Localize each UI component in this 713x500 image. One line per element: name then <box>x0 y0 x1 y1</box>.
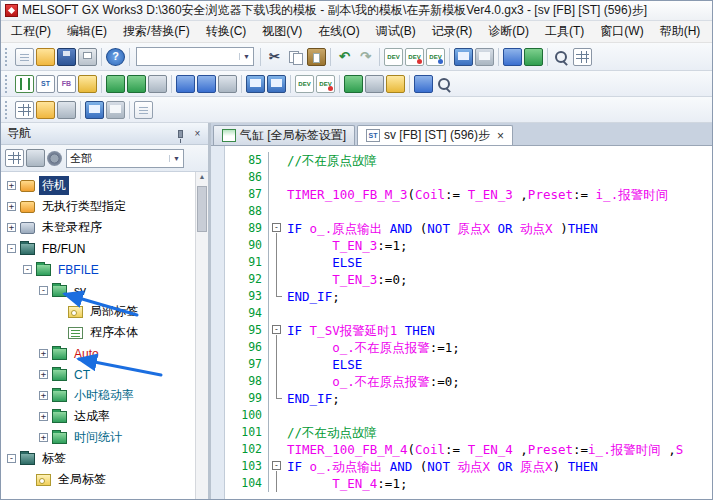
print-icon[interactable] <box>78 48 97 66</box>
tree-item[interactable]: -sv <box>1 280 208 301</box>
online-read-icon[interactable] <box>176 75 195 93</box>
tree-filter-combo[interactable]: 全部▼ <box>66 149 184 168</box>
tree-item[interactable]: 全局标签 <box>1 469 208 490</box>
menu-item[interactable]: 编辑(E) <box>59 21 115 42</box>
navigation-window-icon[interactable] <box>15 101 34 119</box>
pin-icon[interactable] <box>174 127 187 140</box>
stop-icon[interactable] <box>365 75 384 93</box>
watch-window-2-icon[interactable] <box>106 101 125 119</box>
code-line[interactable]: 90 T_EN_3:=1; <box>225 237 712 254</box>
code-line[interactable]: 94 <box>225 305 712 322</box>
watch-window-1-icon[interactable] <box>85 101 104 119</box>
tree-item[interactable]: +达成率 <box>1 406 208 427</box>
scrollbar-thumb[interactable] <box>197 186 207 232</box>
cross-reference-icon[interactable] <box>573 48 592 66</box>
diagnostics-icon[interactable] <box>435 75 454 93</box>
collapse-box-icon[interactable]: - <box>272 461 281 470</box>
display-target-icon[interactable] <box>5 149 24 167</box>
tab-sv-st[interactable]: STsv [FB] [ST] (596)步× <box>357 125 513 145</box>
watch-window-icon[interactable] <box>503 48 522 66</box>
simulation-icon[interactable] <box>414 75 433 93</box>
verify-icon[interactable] <box>218 75 237 93</box>
code-editor[interactable]: 85//不在原点故障8687TIMER_100_FB_M_3(Coil:= T_… <box>211 146 712 499</box>
monitor-start-icon[interactable] <box>454 48 473 66</box>
code-line[interactable]: 99END_IF; <box>225 390 712 407</box>
code-line[interactable]: 98 o_.不在原点报警:=0; <box>225 373 712 390</box>
ladder-editor-icon[interactable] <box>15 75 34 93</box>
tree-item[interactable]: +Auto <box>1 343 208 364</box>
open-project-icon[interactable] <box>36 48 55 66</box>
element-selection-icon[interactable] <box>36 101 55 119</box>
expand-icon[interactable]: + <box>39 412 48 421</box>
tab-cylinder-global-label[interactable]: 气缸 [全局标签设置] <box>213 125 355 145</box>
menu-item[interactable]: 工程(P) <box>3 21 59 42</box>
collapse-box-icon[interactable]: - <box>272 223 281 232</box>
menu-item[interactable]: 帮助(H) <box>652 21 709 42</box>
menu-item[interactable]: 视图(V) <box>254 21 310 42</box>
save-project-icon[interactable] <box>57 48 76 66</box>
code-line[interactable]: 89-IF o_.原点输出 AND (NOT 原点X OR 动点X )THEN <box>225 220 712 237</box>
expand-icon[interactable]: + <box>7 181 16 190</box>
menu-item[interactable]: 搜索/替换(F) <box>115 21 198 42</box>
collapse-box-icon[interactable]: - <box>272 325 281 334</box>
tab-close-icon[interactable]: × <box>497 129 504 143</box>
tree-item[interactable]: +时间统计 <box>1 427 208 448</box>
online-write-icon[interactable] <box>197 75 216 93</box>
redo-icon[interactable]: ↷ <box>356 48 375 66</box>
toolbar-grip[interactable] <box>5 75 10 93</box>
new-project-icon[interactable] <box>15 48 34 66</box>
sort-icon[interactable] <box>26 149 45 167</box>
code-line[interactable]: 102TIMER_100_FB_M_4(Coil:= T_EN_4 ,Prese… <box>225 441 712 458</box>
convert-icon[interactable] <box>106 75 125 93</box>
code-line[interactable]: 92 T_EN_3:=0; <box>225 271 712 288</box>
cut-icon[interactable]: ✂ <box>265 48 284 66</box>
docking-layout-icon[interactable] <box>134 101 153 119</box>
device-batch-monitor-icon[interactable] <box>524 48 543 66</box>
combo-arrow-icon[interactable]: ▼ <box>239 53 250 60</box>
undo-icon[interactable]: ↶ <box>335 48 354 66</box>
code-line[interactable]: 91 ELSE <box>225 254 712 271</box>
output-window-icon[interactable] <box>57 101 76 119</box>
paste-icon[interactable] <box>307 48 326 66</box>
toolbar-grip[interactable] <box>5 48 10 66</box>
run-icon[interactable] <box>344 75 363 93</box>
collapse-icon[interactable]: - <box>39 286 48 295</box>
code-line[interactable]: 88 <box>225 203 712 220</box>
tree-item[interactable]: 局部标签 <box>1 301 208 322</box>
tree-item[interactable]: +无执行类型指定 <box>1 196 208 217</box>
convert-all-icon[interactable] <box>127 75 146 93</box>
collapse-icon[interactable]: - <box>7 454 16 463</box>
forced-on-off-icon[interactable]: DEV <box>316 75 335 93</box>
expand-icon[interactable]: + <box>7 223 16 232</box>
menu-item[interactable]: 记录(R) <box>424 21 481 42</box>
expand-icon[interactable]: + <box>39 349 48 358</box>
code-line[interactable]: 96 o_.不在原点报警:=1; <box>225 339 712 356</box>
expand-icon[interactable]: + <box>7 202 16 211</box>
device-memory-icon[interactable]: DEV <box>405 48 424 66</box>
tree-item[interactable]: -FB/FUN <box>1 238 208 259</box>
tree-item[interactable]: +CT <box>1 364 208 385</box>
scroll-up-icon[interactable]: ▲ <box>196 173 208 180</box>
device-initial-value-icon[interactable]: DEV <box>426 48 445 66</box>
expand-icon[interactable]: + <box>39 391 48 400</box>
code-line[interactable]: 85//不在原点故障 <box>225 152 712 169</box>
code-line[interactable]: 104 T_EN_4:=1; <box>225 475 712 492</box>
code-line[interactable]: 103-IF o_.动点输出 AND (NOT 动点X OR 原点X) THEN <box>225 458 712 475</box>
code-line[interactable]: 86 <box>225 169 712 186</box>
monitor-write-mode-icon[interactable] <box>267 75 286 93</box>
combo-arrow-icon[interactable]: ▼ <box>169 155 180 162</box>
tree-item[interactable]: +未登录程序 <box>1 217 208 238</box>
collapse-icon[interactable]: - <box>7 244 16 253</box>
expand-icon[interactable]: + <box>39 370 48 379</box>
close-icon[interactable]: × <box>191 127 204 140</box>
toolbar-grip[interactable] <box>5 101 10 119</box>
code-line[interactable]: 97 ELSE <box>225 356 712 373</box>
tree-item[interactable]: +待机 <box>1 175 208 196</box>
code-line[interactable]: 93END_IF; <box>225 288 712 305</box>
fb-editor-icon[interactable]: FB <box>57 75 76 93</box>
find-icon[interactable] <box>552 48 571 66</box>
collapse-icon[interactable]: - <box>23 265 32 274</box>
menu-item[interactable]: 窗口(W) <box>592 21 651 42</box>
tree-item[interactable]: 程序本体 <box>1 322 208 343</box>
help-icon[interactable]: ? <box>106 48 125 66</box>
